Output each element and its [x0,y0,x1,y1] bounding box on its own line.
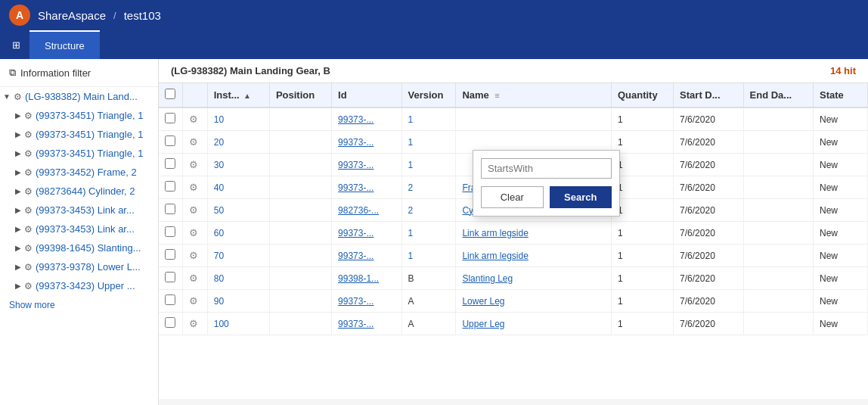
cell-start-date: 7/6/2020 [674,267,743,290]
tree-item-6[interactable]: ▶ ⚙ (99373-3453) Link ar... [0,201,158,220]
cell-end-date [743,199,813,222]
hit-count: 14 hit [830,65,856,76]
cell-gear: ⚙ [182,107,207,131]
row-checkbox[interactable] [165,136,175,146]
col-header-end-date[interactable]: End Da... [743,83,813,107]
tree-expand-icon: ▶ [15,263,21,271]
tree-item-1[interactable]: ▶ ⚙ (99373-3451) Triangle, 1 [0,106,158,125]
row-checkbox[interactable] [165,249,175,260]
row-gear-icon: ⚙ [189,250,198,261]
tree-item-label: (99373-3453) Link ar... [36,204,135,216]
row-checkbox[interactable] [165,317,175,328]
cell-name[interactable]: Lower Leg [456,290,611,313]
cell-id[interactable]: 99373-... [332,245,401,267]
title-separator: / [113,10,116,21]
tree-item-10[interactable]: ▶ ⚙ (99373-3423) Upper ... [0,276,158,295]
tree-item-3[interactable]: ▶ ⚙ (99373-3451) Triangle, 1 [0,144,158,163]
col-header-state[interactable]: State [814,83,868,107]
info-filter-label: Information filter [20,67,91,79]
cell-name[interactable]: Upper Leg [456,313,611,335]
tree-item-root[interactable]: ▼ ⚙ (LG-938382) Main Land... [0,87,158,106]
cell-version[interactable]: 1 [401,222,456,245]
filter-input[interactable] [481,158,612,179]
col-header-inst[interactable]: Inst... ▲ [207,83,269,107]
row-checkbox[interactable] [165,204,175,214]
filter-buttons: Clear Search [481,186,612,208]
app-title: ShareAspace [38,9,106,22]
cell-id[interactable]: 99373-... [332,107,401,131]
col-header-name[interactable]: Name ≡ [456,83,611,107]
tree-item-4[interactable]: ▶ ⚙ (99373-3452) Frame, 2 [0,163,158,182]
cell-id[interactable]: 99373-... [332,154,401,176]
tree-item-5[interactable]: ▶ ⚙ (98273644) Cylinder, 2 [0,182,158,201]
row-checkbox[interactable] [165,158,175,169]
cell-state: New [814,222,868,245]
cell-version[interactable]: 1 [401,107,456,131]
cell-end-date [743,267,813,290]
tree-item-7[interactable]: ▶ ⚙ (99373-3453) Link ar... [0,220,158,238]
tree-item-label: (99373-3451) Triangle, 1 [36,148,143,159]
cell-version[interactable]: 1 [401,131,456,154]
cell-version[interactable]: 1 [401,154,456,176]
cell-quantity: 1 [611,154,673,176]
col-header-id[interactable]: Id [332,83,401,107]
cell-end-date [743,222,813,245]
row-checkbox[interactable] [165,113,175,123]
cell-version[interactable]: 1 [401,245,456,267]
cell-end-date [743,176,813,199]
row-gear-icon: ⚙ [189,273,198,284]
cell-end-date [743,313,813,335]
tree-item-label: (99373-3451) Triangle, 1 [36,129,143,140]
clear-button[interactable]: Clear [481,186,544,208]
cell-id[interactable]: 982736-... [332,199,401,222]
cell-inst: 70 [207,245,269,267]
col-header-version[interactable]: Version [401,83,456,107]
show-more-link[interactable]: Show more [0,295,158,315]
cell-id[interactable]: 99398-1... [332,267,401,290]
cell-quantity: 1 [611,199,673,222]
cell-check [159,154,182,176]
tree-expand-icon: ▶ [15,282,21,290]
cell-position [269,290,331,313]
cell-name[interactable]: Slanting Leg [456,267,611,290]
search-button[interactable]: Search [550,186,612,208]
cell-end-date [743,245,813,267]
row-checkbox[interactable] [165,272,175,282]
col-header-start-date[interactable]: Start D... [674,83,743,107]
cell-check [159,176,182,199]
info-filter-header[interactable]: ⧉ Information filter [0,59,158,87]
tree-expand-icon: ▼ [3,92,11,101]
tree-gear-icon: ⚙ [24,111,33,121]
tree-gear-icon: ⚙ [14,92,22,102]
name-filter-icon[interactable]: ≡ [494,91,499,100]
cell-id[interactable]: 99373-... [332,176,401,199]
col-header-quantity[interactable]: Quantity [611,83,673,107]
tree-expand-icon: ▶ [15,244,21,252]
cell-version[interactable]: 2 [401,199,456,222]
col-header-position[interactable]: Position [269,83,331,107]
row-checkbox[interactable] [165,294,175,305]
tree-gear-icon: ⚙ [24,281,33,291]
table-row: ⚙ 80 99398-1... B Slanting Leg 1 7/6/202… [159,267,868,290]
cell-version[interactable]: 2 [401,176,456,199]
cell-quantity: 1 [611,131,673,154]
cell-id[interactable]: 99373-... [332,222,401,245]
table-container: Inst... ▲ Position Id Version Name ≡ [159,83,868,399]
cell-gear: ⚙ [182,176,207,199]
cell-id[interactable]: 99373-... [332,290,401,313]
grid-icon[interactable]: ⊞ [3,39,29,51]
tree-item-8[interactable]: ▶ ⚙ (99398-1645) Slanting... [0,238,158,257]
tree-item-2[interactable]: ▶ ⚙ (99373-3451) Triangle, 1 [0,125,158,144]
row-checkbox[interactable] [165,181,175,192]
cell-name[interactable]: Link arm legside [456,245,611,267]
cell-id[interactable]: 99373-... [332,131,401,154]
row-checkbox[interactable] [165,226,175,237]
tree-expand-icon: ▶ [15,168,21,176]
select-all-checkbox[interactable] [165,89,175,99]
table-row: ⚙ 90 99373-... A Lower Leg 1 7/6/2020 Ne… [159,290,868,313]
cell-id[interactable]: 99373-... [332,313,401,335]
cell-name[interactable]: Link arm legside [456,222,611,245]
tab-structure[interactable]: Structure [29,30,100,59]
tree-item-9[interactable]: ▶ ⚙ (99373-9378) Lower L... [0,257,158,276]
cell-check [159,313,182,335]
